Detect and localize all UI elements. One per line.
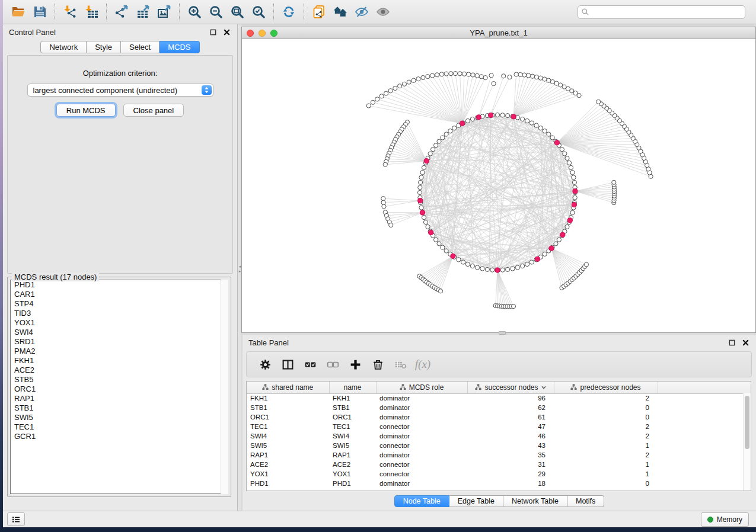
table-scrollbar[interactable] — [743, 393, 751, 491]
mcds-result-item[interactable]: SWI5 — [11, 413, 228, 422]
show-all-button[interactable] — [372, 2, 394, 22]
export-image-button[interactable] — [154, 2, 175, 22]
network-node[interactable] — [557, 238, 561, 242]
table-scrollbar-thumb[interactable] — [745, 396, 749, 449]
network-node[interactable] — [471, 73, 475, 77]
network-node[interactable] — [444, 72, 448, 76]
network-node[interactable] — [422, 216, 426, 220]
task-history-button[interactable] — [7, 512, 25, 526]
tab-mcds[interactable]: MCDS — [160, 41, 199, 53]
tab-select[interactable]: Select — [121, 41, 160, 53]
network-node[interactable] — [423, 220, 428, 225]
network-node[interactable] — [531, 74, 535, 78]
mcds-node[interactable] — [572, 202, 576, 207]
table-row[interactable]: STB1STB1dominator620 — [247, 403, 751, 412]
import-table-button[interactable] — [81, 2, 102, 22]
table-row[interactable]: TEC1TEC1connector472 — [247, 422, 751, 431]
network-node[interactable] — [371, 100, 375, 104]
network-node[interactable] — [379, 94, 384, 98]
network-node[interactable] — [490, 268, 495, 272]
network-node[interactable] — [458, 72, 462, 76]
mcds-node[interactable] — [560, 232, 565, 237]
network-node[interactable] — [381, 197, 385, 201]
network-node[interactable] — [554, 242, 558, 246]
mcds-result-item[interactable]: TEC1 — [11, 422, 228, 432]
network-node[interactable] — [419, 206, 423, 210]
network-node[interactable] — [457, 258, 461, 262]
network-node[interactable] — [502, 74, 506, 78]
network-node[interactable] — [388, 89, 393, 93]
network-node[interactable] — [465, 118, 470, 123]
network-node[interactable] — [381, 200, 385, 204]
deselect-all-rows-button[interactable] — [321, 354, 344, 375]
add-button[interactable] — [344, 354, 366, 375]
mcds-node[interactable] — [511, 114, 516, 119]
network-node[interactable] — [525, 262, 529, 266]
network-node[interactable] — [421, 75, 425, 79]
mcds-node[interactable] — [567, 218, 572, 223]
network-node[interactable] — [439, 72, 444, 76]
network-node[interactable] — [560, 148, 564, 152]
network-node[interactable] — [437, 139, 441, 143]
network-node[interactable] — [416, 77, 420, 81]
network-node[interactable] — [550, 80, 554, 84]
network-node[interactable] — [554, 81, 559, 85]
mcds-node[interactable] — [549, 246, 554, 251]
import-network-button[interactable] — [59, 2, 81, 22]
network-node[interactable] — [515, 265, 519, 270]
network-node[interactable] — [543, 252, 547, 256]
network-node[interactable] — [419, 180, 423, 184]
table-row[interactable]: PHD1PHD1dominator180 — [247, 479, 751, 488]
criterion-dropdown[interactable]: largest connected component (undirected) — [27, 84, 213, 97]
open-file-button[interactable] — [8, 2, 29, 22]
network-node[interactable] — [511, 267, 515, 271]
memory-button[interactable]: Memory — [701, 512, 749, 527]
network-node[interactable] — [547, 132, 551, 136]
network-node[interactable] — [465, 262, 470, 266]
network-node[interactable] — [480, 267, 484, 271]
network-node[interactable] — [470, 264, 474, 268]
mcds-result-item[interactable]: SWI4 — [11, 328, 228, 337]
network-node[interactable] — [596, 100, 601, 104]
tab-network[interactable]: Network — [40, 41, 87, 53]
network-node[interactable] — [434, 143, 438, 148]
network-node[interactable] — [479, 75, 483, 79]
mcds-node[interactable] — [554, 140, 559, 145]
table-settings-button[interactable] — [254, 354, 276, 375]
network-node[interactable] — [441, 245, 445, 249]
network-node[interactable] — [518, 72, 522, 76]
mcds-result-item[interactable]: GCR1 — [11, 432, 228, 441]
network-node[interactable] — [384, 91, 388, 95]
network-node[interactable] — [422, 165, 426, 169]
network-node[interactable] — [366, 104, 371, 108]
mcds-node[interactable] — [476, 115, 481, 120]
home-networks-button[interactable] — [330, 2, 351, 22]
tab-node-table[interactable]: Node Table — [394, 495, 449, 507]
network-node[interactable] — [584, 262, 588, 267]
network-node[interactable] — [570, 171, 575, 175]
table-row[interactable]: SWI5SWI5connector431 — [247, 441, 751, 450]
table-row[interactable]: SWI4SWI4dominator462 — [247, 431, 751, 441]
network-node[interactable] — [435, 73, 439, 77]
table-row[interactable]: RAP1RAP1dominator352 — [247, 450, 751, 460]
network-graph[interactable] — [242, 39, 755, 332]
network-node[interactable] — [543, 77, 547, 81]
network-node[interactable] — [500, 113, 505, 117]
network-node[interactable] — [547, 78, 551, 82]
network-node[interactable] — [569, 165, 573, 169]
network-node[interactable] — [444, 249, 448, 253]
network-node[interactable] — [538, 76, 543, 80]
network-node[interactable] — [538, 126, 543, 130]
network-node[interactable] — [500, 268, 505, 272]
mcds-result-item[interactable]: YOX1 — [11, 318, 228, 328]
close-panel-icon[interactable] — [222, 27, 231, 37]
network-node[interactable] — [431, 148, 435, 152]
column-header-successor-nodes[interactable]: successor nodes — [467, 382, 554, 393]
apply-layout-button[interactable] — [278, 2, 299, 22]
table-row[interactable]: ORC1ORC1dominator610 — [247, 412, 751, 422]
network-node[interactable] — [438, 289, 442, 293]
network-node[interactable] — [506, 114, 510, 118]
delete-button[interactable] — [366, 354, 389, 375]
network-node[interactable] — [420, 171, 425, 175]
mcds-result-item[interactable]: STB5 — [11, 375, 228, 384]
